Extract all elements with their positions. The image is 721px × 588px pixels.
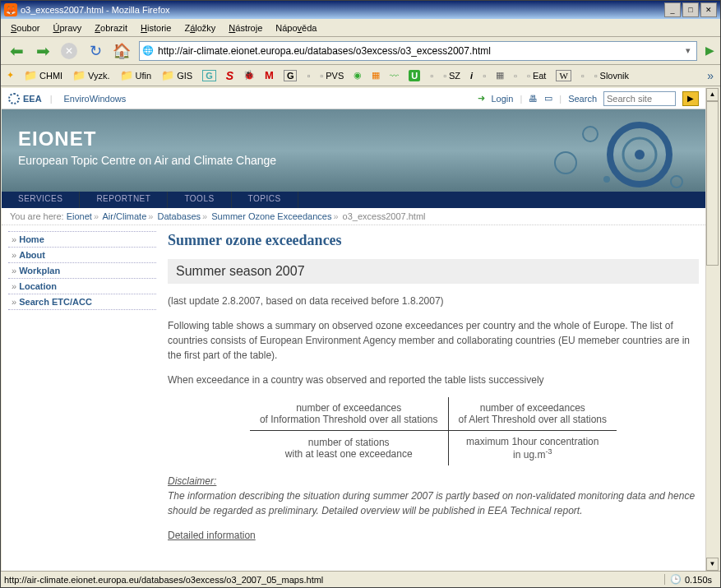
bookmark-g2[interactable]: G <box>281 68 300 83</box>
bookmark-u[interactable]: U <box>406 68 423 83</box>
sidebar-location[interactable]: Location <box>8 278 156 294</box>
firefox-icon: 🦊 <box>4 3 17 16</box>
bookmark-bug[interactable]: 🐞 <box>241 68 257 82</box>
tab-tools[interactable]: TOOLS <box>168 192 231 208</box>
scroll-down-button[interactable]: ▼ <box>706 558 719 571</box>
main-content: Summer ozone exceedances Summer season 2… <box>168 232 699 553</box>
globe-icon: 🌐 <box>141 44 155 58</box>
close-button[interactable]: ✕ <box>700 2 717 17</box>
intro-text-2: When exceedance in a country was observe… <box>168 373 699 387</box>
bookmark-item[interactable]: ▫ <box>480 69 488 82</box>
bookmark-g[interactable]: G <box>200 68 219 83</box>
svg-point-2 <box>635 150 645 160</box>
maximize-button[interactable]: □ <box>682 2 699 17</box>
detailed-info-link[interactable]: Detailed information <box>168 530 256 541</box>
login-link[interactable]: Login <box>492 94 514 104</box>
search-input[interactable] <box>603 91 676 106</box>
bookmark-item[interactable]: ▦ <box>369 68 382 82</box>
bookmark-item[interactable]: 〰 <box>387 69 401 82</box>
orange-icon: ▦ <box>372 70 380 81</box>
bookmark-pvs[interactable]: ▫PVS <box>317 69 346 82</box>
bookmark-sz[interactable]: ▫SZ <box>441 69 463 82</box>
menu-tools[interactable]: Nástroje <box>222 21 269 35</box>
search-button[interactable]: ▶ <box>682 91 699 106</box>
svg-point-6 <box>603 176 610 183</box>
green-icon: ◉ <box>354 70 362 81</box>
bookmark-vyzk[interactable]: 📁Vyzk. <box>70 67 113 83</box>
scrollbar[interactable]: ▲ ▼ <box>705 88 719 571</box>
bookmark-item[interactable]: ▫ <box>428 69 436 82</box>
bookmark-item[interactable]: ▫ <box>511 69 520 82</box>
reload-button[interactable]: ↻ <box>83 39 108 63</box>
menu-edit[interactable]: Úpravy <box>46 21 88 35</box>
page-icon: ▫ <box>527 71 530 81</box>
timer-icon: 🕒 <box>670 574 682 585</box>
menu-file[interactable]: Soubor <box>4 21 46 35</box>
bc-databases[interactable]: Databases <box>157 211 201 221</box>
menu-bookmarks[interactable]: Záložky <box>178 21 222 35</box>
status-time: 🕒 0.150s <box>664 574 717 585</box>
menu-help[interactable]: Nápověda <box>269 21 323 35</box>
envirowindows-link[interactable]: EnviroWindows <box>63 94 126 104</box>
page-icon: ▫ <box>320 71 323 81</box>
bc-current: o3_excess2007.html <box>343 211 426 221</box>
bookmark-chmi[interactable]: 📁CHMI <box>21 67 65 83</box>
forward-button[interactable]: ➡ <box>30 39 55 63</box>
navbar: ⬅ ➡ ✕ ↻ 🏠 🌐 ▾ ▶ <box>1 37 720 65</box>
menu-history[interactable]: Historie <box>134 21 178 35</box>
tab-services[interactable]: SERVICES <box>2 192 80 208</box>
fullscreen-button[interactable]: ▭ <box>544 93 552 104</box>
bookmark-i[interactable]: i <box>468 69 475 82</box>
url-dropdown[interactable]: ▾ <box>682 45 695 56</box>
url-bar[interactable]: 🌐 ▾ <box>139 41 697 61</box>
bookmark-eat[interactable]: ▫Eat <box>525 69 548 82</box>
bookmark-item[interactable]: ▦ <box>493 68 506 82</box>
search-label: Search <box>568 94 597 104</box>
page-icon: ▫ <box>483 71 486 81</box>
scroll-thumb[interactable] <box>706 101 719 266</box>
bookmark-ufin[interactable]: 📁Ufin <box>118 67 155 83</box>
menu-view[interactable]: Zobrazit <box>88 21 134 35</box>
home-button[interactable]: 🏠 <box>109 39 134 63</box>
back-button[interactable]: ⬅ <box>4 39 29 63</box>
banner: EIONET European Topic Centre on Air and … <box>2 109 705 192</box>
bookmark-m[interactable]: M <box>262 67 276 83</box>
stop-button[interactable]: ✕ <box>57 39 81 63</box>
bookmarks-overflow[interactable]: » <box>704 69 717 82</box>
print-button[interactable]: 🖶 <box>529 94 538 104</box>
bc-summerozone[interactable]: Summer Ozone Exceedances <box>211 211 331 221</box>
bookmark-gis[interactable]: 📁GIS <box>159 67 195 83</box>
bookmark-s[interactable]: S <box>224 67 236 84</box>
tab-topics[interactable]: TOPICS <box>232 192 298 208</box>
intro-text: Following table shows a summary on obser… <box>168 318 699 363</box>
bc-airclimate[interactable]: Air/Climate <box>103 211 147 221</box>
tab-reportnet[interactable]: REPORTNET <box>80 192 168 208</box>
bc-eionet[interactable]: Eionet <box>67 211 92 221</box>
bookmark-item[interactable]: ◉ <box>351 68 364 82</box>
go-button[interactable]: ▶ <box>702 44 717 58</box>
url-input[interactable] <box>158 42 682 60</box>
svg-point-4 <box>555 152 576 174</box>
sidebar-about[interactable]: About <box>8 247 156 263</box>
bookmark-item[interactable]: ▫ <box>304 69 312 82</box>
folder-icon: 📁 <box>72 69 86 81</box>
screen-icon: ▭ <box>544 93 552 103</box>
eea-logo[interactable]: EEA <box>8 93 42 104</box>
sidebar-home[interactable]: Home <box>8 231 156 248</box>
sidebar-workplan[interactable]: Workplan <box>8 262 156 279</box>
scroll-up-button[interactable]: ▲ <box>706 88 719 101</box>
page-icon: ▫ <box>594 71 598 81</box>
bookmark-latest[interactable]: ✦ <box>4 68 16 82</box>
bookmark-w[interactable]: W <box>553 68 573 83</box>
login-icon: ➜ <box>478 93 485 104</box>
sidebar: Home About Workplan Location Search ETC/… <box>8 232 156 553</box>
bookmark-item[interactable]: ▫ <box>579 69 587 82</box>
arrow-left-icon: ⬅ <box>10 41 24 61</box>
statusbar: http://air-climate.eionet.europa.eu/data… <box>1 571 720 587</box>
sidebar-search[interactable]: Search ETC/ACC <box>8 294 156 310</box>
window-titlebar: 🦊 o3_excess2007.html - Mozilla Firefox _… <box>1 1 720 19</box>
minimize-button[interactable]: _ <box>664 2 681 17</box>
bookmark-slovnik[interactable]: ▫Slovnik <box>592 69 631 82</box>
status-text: http://air-climate.eionet.europa.eu/data… <box>4 575 664 585</box>
svg-point-5 <box>671 176 682 188</box>
